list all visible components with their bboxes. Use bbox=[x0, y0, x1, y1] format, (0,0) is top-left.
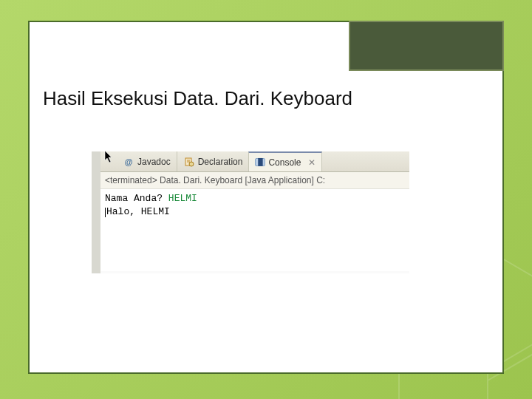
tab-console[interactable]: █ Console ✕ bbox=[248, 151, 322, 171]
declaration-icon bbox=[183, 156, 195, 168]
console-output[interactable]: Nama Anda? HELMI Halo, HELMI bbox=[100, 189, 409, 271]
tab-javadoc[interactable]: @ Javadoc bbox=[117, 151, 177, 171]
console-icon: █ bbox=[255, 158, 265, 166]
eclipse-console-panel: @ Javadoc Declaration █ Console ✕ <termi… bbox=[92, 151, 409, 273]
slide-title: Hasil Eksekusi Data. Dari. Keyboard bbox=[43, 87, 352, 110]
slide-frame: Hasil Eksekusi Data. Dari. Keyboard @ Ja… bbox=[28, 21, 504, 374]
console-line: Halo, HELMI bbox=[105, 205, 405, 219]
cursor-arrow-icon bbox=[100, 146, 117, 167]
console-prompt-text: Nama Anda? bbox=[105, 193, 168, 204]
tab-label: Declaration bbox=[198, 157, 243, 167]
console-output-text: Halo, HELMI bbox=[106, 206, 170, 217]
view-tabbar: @ Javadoc Declaration █ Console ✕ bbox=[100, 151, 409, 172]
close-icon[interactable]: ✕ bbox=[308, 157, 316, 168]
svg-point-8 bbox=[189, 162, 194, 166]
console-user-input: HELMI bbox=[168, 193, 197, 204]
tab-label: Console bbox=[268, 157, 301, 168]
console-status-line: <terminated> Data. Dari. Keyboard [Java … bbox=[100, 172, 409, 189]
text-caret bbox=[105, 208, 106, 217]
slide-accent-box bbox=[349, 21, 504, 71]
console-line: Nama Anda? HELMI bbox=[105, 192, 405, 205]
javadoc-icon: @ bbox=[123, 156, 134, 168]
tab-declaration[interactable]: Declaration bbox=[177, 151, 250, 171]
tab-label: Javadoc bbox=[137, 157, 171, 167]
